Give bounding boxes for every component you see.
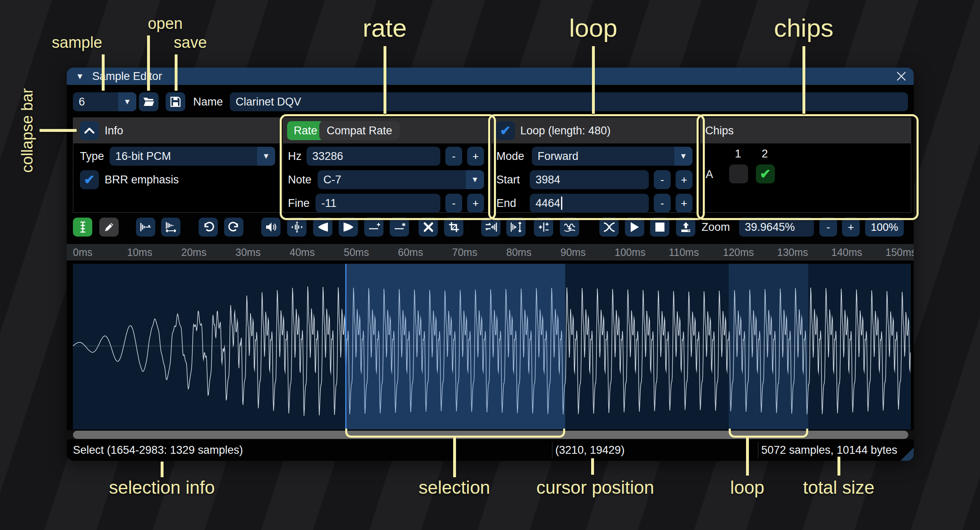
reverse-button[interactable] <box>481 218 501 237</box>
chevron-down-icon[interactable]: ▼ <box>674 147 692 166</box>
chip-enable-checkbox-1[interactable]: ✔ <box>729 164 748 183</box>
wave-stretch-icon <box>165 221 177 233</box>
time-ruler[interactable]: 0ms10ms20ms30ms40ms50ms60ms70ms80ms90ms1… <box>67 244 914 260</box>
fine-decrease-button[interactable]: - <box>445 194 462 213</box>
loop-header-label: Loop (length: 480) <box>520 124 610 137</box>
ruler-tick-label: 30ms <box>236 246 261 258</box>
fine-input[interactable]: -11 <box>316 194 440 213</box>
trim-icon <box>448 221 460 233</box>
ruler-tick-label: 100ms <box>615 246 646 258</box>
collapse-bar-button[interactable] <box>80 121 99 140</box>
waveform-scrollbar-track[interactable] <box>67 430 914 439</box>
status-divider <box>758 442 758 458</box>
annotation-line-cursor-position <box>591 458 594 475</box>
hz-increase-button[interactable]: + <box>467 147 484 166</box>
resample-button[interactable] <box>161 218 180 237</box>
floppy-disk-icon <box>170 96 181 108</box>
window-resize-grip[interactable] <box>900 448 914 461</box>
filter-icon <box>564 221 576 233</box>
edit-mode-draw-button[interactable] <box>99 218 119 237</box>
resize-button[interactable] <box>136 218 155 237</box>
silence-plus-icon <box>368 222 380 232</box>
chevron-down-icon[interactable]: ▼ <box>257 147 275 166</box>
signed-unsigned-button[interactable] <box>534 218 553 237</box>
hz-input[interactable]: 33286 <box>306 147 440 166</box>
rate-panel-header: Rate Compat Rate <box>283 118 488 143</box>
loop-highlight <box>729 264 808 429</box>
loop-panel-header: ✔ Loop (length: 480) <box>491 118 697 143</box>
ruler-tick-label: 150ms <box>886 246 914 258</box>
filter-button[interactable] <box>560 218 579 237</box>
ruler-tick-label: 50ms <box>344 246 369 258</box>
fine-increase-button[interactable]: + <box>467 194 484 213</box>
save-sample-button[interactable] <box>166 92 185 111</box>
open-sample-button[interactable] <box>139 92 159 111</box>
trim-button[interactable] <box>444 218 463 237</box>
zoom-input[interactable]: 39.9645% <box>739 218 814 237</box>
compat-rate-button[interactable]: Compat Rate <box>319 121 400 140</box>
delete-button[interactable] <box>419 218 438 237</box>
brr-emphasis-checkbox[interactable]: ✔ <box>80 170 99 189</box>
edit-mode-select-button[interactable] <box>73 218 92 237</box>
waveform-scrollbar-thumb[interactable] <box>73 431 908 439</box>
zoom-value: 39.9645% <box>745 221 795 234</box>
normalize-button[interactable] <box>287 218 306 237</box>
annotation-line-open <box>147 35 150 91</box>
undo-button[interactable] <box>199 218 218 237</box>
loop-start-input[interactable]: 3984 <box>530 170 649 189</box>
annotation-loop: loop <box>569 13 617 42</box>
sample-number-select[interactable]: 6 ▼ <box>73 92 136 111</box>
zoom-reset-button[interactable]: 100% <box>865 218 904 237</box>
close-icon[interactable] <box>896 70 907 82</box>
chevron-down-icon[interactable]: ▼ <box>466 170 484 189</box>
amplify-button[interactable] <box>261 218 281 237</box>
hz-decrease-button[interactable]: - <box>445 147 462 166</box>
status-divider <box>552 442 552 458</box>
rate-mode-button[interactable]: Rate <box>287 121 324 140</box>
folder-open-icon <box>143 96 155 107</box>
chevron-down-icon[interactable]: ▼ <box>118 92 136 111</box>
zoom-out-button[interactable]: - <box>819 218 837 237</box>
window-collapse-icon[interactable]: ▼ <box>76 72 84 81</box>
loop-mode-select[interactable]: Forward ▼ <box>532 147 692 166</box>
info-panel: Info Type 16-bit PCM ▼ ✔ BRR emphasis <box>73 117 280 213</box>
annotation-open: open <box>148 15 183 33</box>
silence-star-icon <box>393 222 406 232</box>
preview-button[interactable] <box>625 218 644 237</box>
crossfade-button[interactable] <box>599 218 619 237</box>
desktop-background: ▼ Sample Editor 6 ▼ <box>0 0 980 530</box>
annotation-chips: chips <box>774 13 834 42</box>
sample-type-select[interactable]: 16-bit PCM ▼ <box>110 147 275 166</box>
start-increase-button[interactable]: + <box>676 170 692 189</box>
note-select[interactable]: C-7 ▼ <box>318 170 484 189</box>
make-instrument-button[interactable] <box>676 218 695 237</box>
stop-button[interactable] <box>650 218 669 237</box>
insert-silence-button[interactable] <box>364 218 384 237</box>
redo-button[interactable] <box>224 218 243 237</box>
window-titlebar[interactable]: ▼ Sample Editor <box>67 68 914 85</box>
undo-icon <box>202 221 215 233</box>
annotation-total-size: total size <box>803 477 875 498</box>
zoom-label: Zoom <box>702 218 730 237</box>
chip-column-label: 2 <box>762 148 768 160</box>
start-decrease-button[interactable]: - <box>654 170 671 189</box>
crossfade-icon <box>603 222 615 232</box>
zoom-in-button[interactable]: + <box>842 218 860 237</box>
fine-value: -11 <box>321 197 337 210</box>
apply-silence-button[interactable] <box>390 218 409 237</box>
fade-out-button[interactable] <box>339 218 358 237</box>
invert-button[interactable] <box>506 218 526 237</box>
end-increase-button[interactable]: + <box>676 194 692 213</box>
type-label: Type <box>80 147 104 166</box>
end-decrease-button[interactable]: - <box>654 194 671 213</box>
fade-in-button[interactable] <box>313 218 332 237</box>
waveform-display[interactable] <box>73 264 911 429</box>
ruler-tick-label: 80ms <box>506 246 531 258</box>
chip-enable-checkbox-2[interactable]: ✔ <box>756 164 775 183</box>
chip-row-label: A <box>706 168 713 181</box>
ruler-tick-label: 140ms <box>831 246 862 258</box>
name-input[interactable]: Clarinet DQV <box>230 92 908 111</box>
loop-end-input[interactable]: 4464 <box>530 194 649 213</box>
loop-enable-checkbox[interactable]: ✔ <box>496 121 515 140</box>
stop-icon <box>655 222 665 232</box>
